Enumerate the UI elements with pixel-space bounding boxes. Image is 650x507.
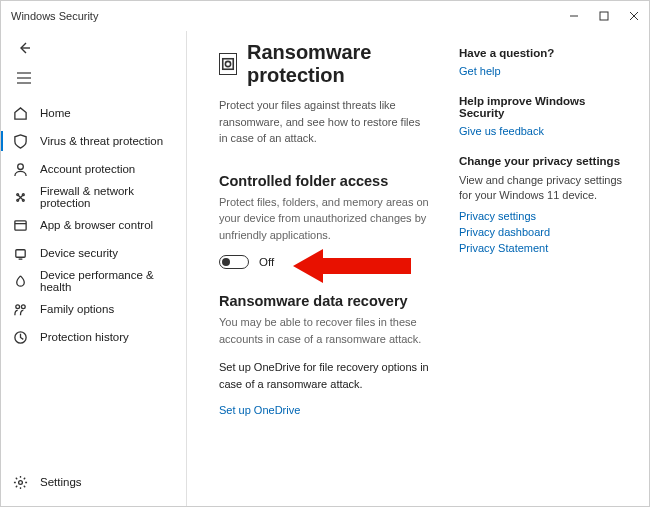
sidebar-item-performance[interactable]: Device performance & health (1, 267, 186, 295)
onedrive-prompt: Set up OneDrive for file recovery option… (219, 359, 429, 392)
svg-rect-13 (15, 220, 26, 229)
sidebar-item-label: Device security (40, 247, 118, 259)
feedback-link[interactable]: Give us feedback (459, 125, 629, 137)
recovery-heading: Ransomware data recovery (219, 293, 429, 309)
svg-point-22 (225, 61, 230, 66)
sidebar-item-label: Firewall & network protection (40, 185, 186, 209)
sidebar-item-label: Device performance & health (40, 269, 186, 293)
sidebar-item-label: Protection history (40, 331, 129, 343)
sidebar-item-device-security[interactable]: Device security (1, 239, 186, 267)
page-title: Ransomware protection (247, 41, 429, 87)
minimize-button[interactable] (559, 1, 589, 31)
sidebar-item-settings[interactable]: Settings (1, 468, 186, 496)
sidebar-item-account[interactable]: Account protection (1, 155, 186, 183)
recovery-desc: You may be able to recover files in thes… (219, 314, 429, 347)
svg-point-18 (21, 304, 25, 308)
aside-panel: Have a question? Get help Help improve W… (459, 41, 629, 496)
sidebar-item-label: Settings (40, 476, 82, 488)
svg-rect-1 (600, 12, 608, 20)
aside-improve-heading: Help improve Windows Security (459, 95, 629, 119)
cfa-heading: Controlled folder access (219, 173, 429, 189)
sidebar-item-label: App & browser control (40, 219, 153, 231)
get-help-link[interactable]: Get help (459, 65, 629, 77)
sidebar-item-app[interactable]: App & browser control (1, 211, 186, 239)
page-intro: Protect your files against threats like … (219, 97, 429, 147)
content-area: Ransomware protection Protect your files… (187, 31, 649, 506)
aside-privacy-desc: View and change privacy settings for you… (459, 173, 629, 204)
window-title: Windows Security (11, 10, 98, 22)
svg-point-8 (18, 163, 24, 169)
privacy-dashboard-link[interactable]: Privacy dashboard (459, 226, 629, 238)
sidebar-item-home[interactable]: Home (1, 99, 186, 127)
setup-onedrive-link[interactable]: Set up OneDrive (219, 404, 429, 416)
sidebar-item-label: Home (40, 107, 71, 119)
sidebar-item-history[interactable]: Protection history (1, 323, 186, 351)
sidebar-item-family[interactable]: Family options (1, 295, 186, 323)
titlebar: Windows Security (1, 1, 649, 31)
sidebar-item-label: Virus & threat protection (40, 135, 163, 147)
svg-rect-21 (223, 59, 234, 70)
sidebar-item-virus[interactable]: Virus & threat protection (1, 127, 186, 155)
sidebar-item-label: Account protection (40, 163, 135, 175)
close-button[interactable] (619, 1, 649, 31)
back-button[interactable] (5, 33, 43, 63)
sidebar: Home Virus & threat protection Account p… (1, 31, 187, 506)
privacy-settings-link[interactable]: Privacy settings (459, 210, 629, 222)
privacy-statement-link[interactable]: Privacy Statement (459, 242, 629, 254)
svg-rect-15 (16, 249, 25, 257)
cfa-toggle[interactable] (219, 255, 249, 269)
annotation-arrow (293, 247, 413, 285)
svg-point-17 (16, 304, 20, 308)
sidebar-item-firewall[interactable]: Firewall & network protection (1, 183, 186, 211)
maximize-button[interactable] (589, 1, 619, 31)
cfa-toggle-label: Off (259, 256, 274, 268)
svg-marker-23 (293, 249, 411, 283)
aside-privacy-heading: Change your privacy settings (459, 155, 629, 167)
cfa-desc: Protect files, folders, and memory areas… (219, 194, 429, 244)
svg-point-20 (19, 480, 23, 484)
hamburger-button[interactable] (5, 63, 43, 93)
ransomware-icon (219, 53, 237, 75)
aside-question-heading: Have a question? (459, 47, 629, 59)
sidebar-item-label: Family options (40, 303, 114, 315)
